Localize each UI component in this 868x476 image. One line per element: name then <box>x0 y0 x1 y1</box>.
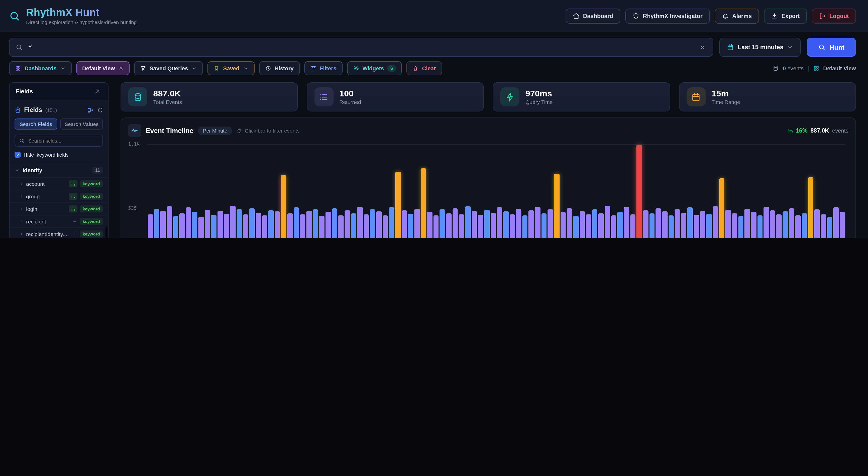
timeline-bar[interactable] <box>446 213 451 238</box>
timeline-bar[interactable] <box>833 208 839 238</box>
timeline-bar[interactable] <box>827 217 832 238</box>
timeline-bar[interactable] <box>630 214 636 238</box>
toolbar-history-button[interactable]: History <box>259 61 300 75</box>
timeline-bar[interactable] <box>434 215 439 238</box>
timeline-bar[interactable] <box>478 215 483 238</box>
timeline-bar[interactable] <box>408 214 413 238</box>
toolbar-saved-queries-button[interactable]: Saved Queries <box>134 61 203 75</box>
hunt-button[interactable]: Hunt <box>807 38 856 57</box>
field-item-recipientIdentity-[interactable]: recipientIdentity...keyword <box>9 227 108 238</box>
timeline-bar[interactable] <box>503 212 508 238</box>
nav-dashboard-button[interactable]: Dashboard <box>565 8 620 23</box>
field-item-group[interactable]: groupkeyword <box>9 190 108 202</box>
timeline-bar[interactable] <box>814 210 820 238</box>
toolbar-clear-button[interactable]: Clear <box>407 61 442 75</box>
timeline-bar[interactable] <box>751 212 756 238</box>
timeline-bar[interactable] <box>687 208 693 238</box>
timeline-bar[interactable] <box>580 211 585 238</box>
timeline-bar[interactable] <box>389 208 394 238</box>
timeline-bar[interactable] <box>637 145 642 238</box>
timeline-bar[interactable] <box>256 213 261 238</box>
timeline-bar[interactable] <box>548 210 553 238</box>
clear-query-button[interactable] <box>698 43 707 52</box>
timeline-bar[interactable] <box>808 177 813 238</box>
timeline-bar[interactable] <box>395 172 401 238</box>
bar-chart-icon[interactable] <box>68 193 77 200</box>
timeline-bar[interactable] <box>681 213 686 238</box>
timeline-bar[interactable] <box>402 211 407 238</box>
toolbar-filters-button[interactable]: Filters <box>304 61 342 75</box>
timeline-bar[interactable] <box>744 209 750 238</box>
timeline-bar[interactable] <box>357 207 363 238</box>
timeline-bar[interactable] <box>586 214 591 238</box>
timeline-bar[interactable] <box>300 214 305 238</box>
timeline-bar[interactable] <box>840 212 845 238</box>
timeline-bar[interactable] <box>573 216 579 238</box>
fields-search-input[interactable] <box>27 137 98 144</box>
field-item-recipient[interactable]: recipientkeyword <box>9 215 108 227</box>
timeline-bar[interactable] <box>173 216 178 238</box>
current-view-label[interactable]: Default View <box>823 65 856 71</box>
field-item-login[interactable]: loginkeyword <box>9 202 108 215</box>
timeline-bar[interactable] <box>287 213 292 238</box>
timeline-bar[interactable] <box>675 210 680 238</box>
timeline-bar[interactable] <box>211 215 217 238</box>
timeline-bar[interactable] <box>509 214 515 238</box>
timeline-bar[interactable] <box>179 213 185 238</box>
timeline-bar[interactable] <box>249 209 255 238</box>
toolbar-saved-button[interactable]: Saved <box>208 61 254 75</box>
timeline-bar[interactable] <box>713 207 718 238</box>
timeline-bar[interactable] <box>237 210 242 238</box>
timeline-bar[interactable] <box>821 214 826 238</box>
timeline-bar[interactable] <box>427 212 432 238</box>
timeline-bar[interactable] <box>217 211 223 238</box>
timeline-bar[interactable] <box>668 215 674 238</box>
tab-search-values[interactable]: Search Values <box>60 119 103 130</box>
timeline-bar[interactable] <box>198 217 204 238</box>
timeline-bar[interactable] <box>364 214 369 238</box>
timeline-bar[interactable] <box>535 207 540 238</box>
toolbar-default-view-chip-button[interactable]: Default View <box>76 61 129 75</box>
timeline-bar[interactable] <box>783 212 788 238</box>
timeline-bar[interactable] <box>370 210 375 238</box>
bar-chart-icon[interactable] <box>68 180 77 187</box>
timeline-bar[interactable] <box>186 208 191 238</box>
close-icon[interactable] <box>119 66 124 71</box>
timeline-bar[interactable] <box>611 215 617 238</box>
timeline-bar[interactable] <box>605 206 610 238</box>
timeline-bar[interactable] <box>598 213 604 238</box>
timeline-bar[interactable] <box>465 207 470 238</box>
timeline-bar[interactable] <box>796 215 801 238</box>
timeline-bar[interactable] <box>414 209 420 238</box>
nav-investigator-button[interactable]: RhythmX Investigator <box>625 8 710 23</box>
timeline-bar[interactable] <box>497 208 502 238</box>
timeline-bar[interactable] <box>382 215 388 238</box>
timeline-bar[interactable] <box>293 208 299 238</box>
timeline-bar[interactable] <box>738 216 743 238</box>
timeline-bar[interactable] <box>154 209 159 238</box>
timeline-bar[interactable] <box>764 207 769 238</box>
timeline-bar[interactable] <box>802 213 807 238</box>
timeline-bar[interactable] <box>275 212 280 238</box>
field-item-account[interactable]: accountkeyword <box>9 177 108 190</box>
timeline-bar[interactable] <box>313 210 318 238</box>
timeline-bar[interactable] <box>345 211 350 238</box>
timeline-bar[interactable] <box>776 214 782 238</box>
tree-view-icon[interactable] <box>87 107 94 113</box>
toolbar-dashboards-button[interactable]: Dashboards <box>9 61 71 75</box>
timeline-bar[interactable] <box>516 209 521 238</box>
timeline-bar[interactable] <box>376 212 381 238</box>
timeline-bar[interactable] <box>554 174 559 238</box>
timeline-bar[interactable] <box>522 215 528 238</box>
timeline-bar[interactable] <box>471 211 477 238</box>
timeline-bar[interactable] <box>662 212 667 238</box>
timeline-bar[interactable] <box>643 211 648 238</box>
timeline-bar[interactable] <box>281 175 286 238</box>
timeline-bar[interactable] <box>529 211 534 238</box>
time-range-selector[interactable]: Last 15 minutes <box>719 38 801 57</box>
timeline-bar[interactable] <box>306 211 312 238</box>
timeline-bar[interactable] <box>268 211 274 238</box>
timeline-bar[interactable] <box>541 213 547 238</box>
toolbar-widgets-button[interactable]: Widgets6 <box>347 61 402 75</box>
refresh-icon[interactable] <box>97 107 103 113</box>
